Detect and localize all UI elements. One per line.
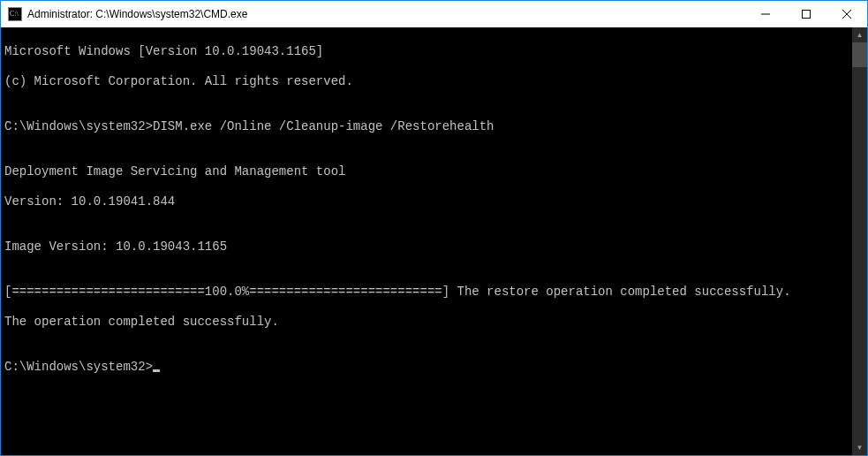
svg-rect-3: [803, 11, 811, 19]
scroll-up-icon[interactable]: ▲: [852, 27, 867, 42]
window-controls: [745, 1, 867, 27]
output-line: C:\Windows\system32>DISM.exe /Online /Cl…: [4, 119, 852, 134]
output-line: (c) Microsoft Corporation. All rights re…: [4, 74, 852, 89]
output-line: Version: 10.0.19041.844: [4, 194, 852, 209]
window-title: Administrator: C:\Windows\system32\CMD.e…: [27, 1, 247, 27]
titlebar-left: C:\ Administrator: C:\Windows\system32\C…: [1, 1, 247, 27]
titlebar[interactable]: C:\ Administrator: C:\Windows\system32\C…: [1, 1, 867, 27]
vertical-scrollbar[interactable]: ▲ ▼: [852, 27, 867, 455]
output-line: Microsoft Windows [Version 10.0.19043.11…: [4, 44, 852, 59]
client-area: Microsoft Windows [Version 10.0.19043.11…: [1, 27, 867, 455]
output-line: Deployment Image Servicing and Managemen…: [4, 164, 852, 179]
prompt-text: C:\Windows\system32>: [4, 360, 153, 374]
scroll-down-icon[interactable]: ▼: [852, 440, 867, 455]
close-button[interactable]: [826, 1, 867, 27]
scroll-thumb[interactable]: [852, 42, 867, 67]
minimize-button[interactable]: [745, 1, 786, 27]
output-line: Image Version: 10.0.19043.1165: [4, 239, 852, 255]
cmd-window: C:\ Administrator: C:\Windows\system32\C…: [0, 0, 868, 456]
output-line: [==========================100.0%=======…: [4, 285, 852, 300]
output-line: The operation completed successfully.: [4, 315, 852, 330]
svg-text:C:\: C:\: [10, 10, 19, 18]
terminal-output[interactable]: Microsoft Windows [Version 10.0.19043.11…: [1, 27, 852, 455]
cmd-icon: C:\: [8, 7, 22, 21]
cursor: [153, 369, 160, 372]
prompt-line: C:\Windows\system32>: [4, 360, 852, 375]
maximize-button[interactable]: [786, 1, 826, 27]
